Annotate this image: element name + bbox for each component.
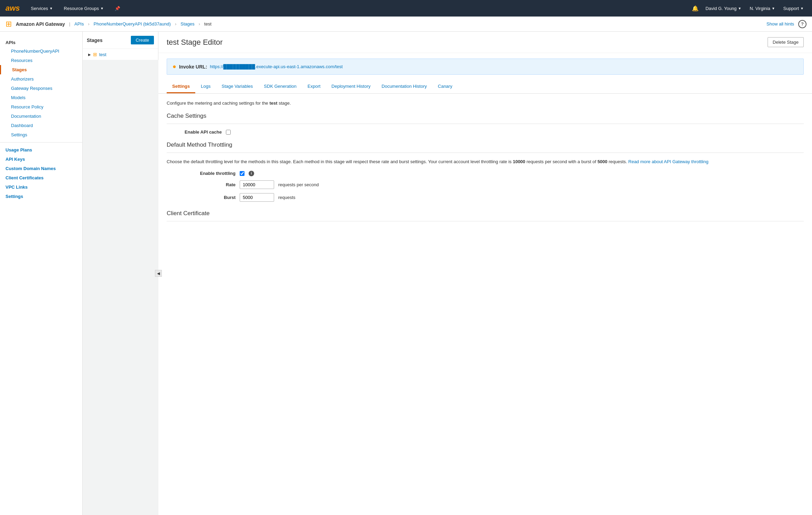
sidebar-item-documentation[interactable]: Documentation bbox=[0, 112, 82, 121]
content-header: test Stage Editor Delete Stage bbox=[158, 32, 812, 53]
throttling-info-icon[interactable]: i bbox=[249, 171, 254, 176]
notifications-icon[interactable]: 🔔 bbox=[690, 4, 700, 13]
tab-documentation-history[interactable]: Documentation History bbox=[376, 80, 433, 93]
sidebar-item-stages[interactable]: Stages bbox=[0, 65, 82, 74]
rate-input[interactable] bbox=[240, 180, 274, 189]
invoke-url-link[interactable]: https://██████████.execute-api.us-east-1… bbox=[210, 64, 343, 69]
invoke-url-label: Invoke URL: bbox=[179, 64, 207, 70]
rate-unit: requests per second bbox=[278, 182, 319, 187]
resource-groups-menu[interactable]: Resource Groups ▼ bbox=[61, 4, 106, 12]
sidebar-item-custom-domain-names[interactable]: Custom Domain Names bbox=[0, 164, 82, 173]
sidebar-item-resource-policy[interactable]: Resource Policy bbox=[0, 102, 82, 112]
collapse-panel-button[interactable]: ◀ bbox=[155, 270, 162, 277]
support-menu[interactable]: Support ▼ bbox=[781, 4, 806, 12]
cache-settings-title: Cache Settings bbox=[167, 113, 804, 119]
enable-cache-row: Enable API cache bbox=[167, 129, 804, 135]
burst-label: Burst bbox=[167, 195, 236, 200]
region-menu[interactable]: N. Virginia ▼ bbox=[747, 4, 778, 12]
sidebar-item-global-settings[interactable]: Settings bbox=[0, 192, 82, 201]
throttling-section-title: Default Method Throttling bbox=[167, 141, 804, 148]
sidebar-item-settings[interactable]: Settings bbox=[0, 130, 82, 139]
invoke-dot-icon: ● bbox=[173, 63, 176, 70]
pin-icon[interactable]: 📌 bbox=[112, 4, 123, 12]
top-navigation: aws Services ▼ Resource Groups ▼ 📌 🔔 Dav… bbox=[0, 0, 812, 17]
enable-throttling-row: Enable throttling i bbox=[167, 171, 804, 176]
enable-cache-label: Enable API cache bbox=[167, 129, 222, 135]
stages-panel: Stages Create ▶ ⊞ test bbox=[83, 32, 158, 60]
enable-api-cache-checkbox[interactable] bbox=[226, 130, 231, 135]
services-menu[interactable]: Services ▼ bbox=[28, 4, 56, 12]
breadcrumb-current: test bbox=[204, 21, 211, 27]
enable-throttling-checkbox[interactable] bbox=[240, 171, 244, 176]
stage-icon: ⊞ bbox=[93, 52, 97, 57]
client-cert-title: Client Certificate bbox=[167, 210, 804, 217]
sidebar-item-gateway-responses[interactable]: Gateway Responses bbox=[0, 84, 82, 93]
user-menu[interactable]: David G. Young ▼ bbox=[703, 4, 744, 12]
breadcrumb-bar: ⊞ Amazon API Gateway | APIs › PhoneNumbe… bbox=[0, 17, 812, 32]
left-sidebar: APIs PhoneNumberQueryAPI Resources Stage… bbox=[0, 32, 83, 515]
tab-export[interactable]: Export bbox=[302, 80, 326, 93]
page-title: test Stage Editor bbox=[167, 38, 223, 47]
sidebar-item-api-keys[interactable]: API Keys bbox=[0, 155, 82, 164]
breadcrumb-stages[interactable]: Stages bbox=[180, 21, 194, 27]
burst-row: Burst requests bbox=[167, 193, 804, 202]
tab-sdk-generation[interactable]: SDK Generation bbox=[258, 80, 302, 93]
content-area: test Stage Editor Delete Stage ● Invoke … bbox=[158, 32, 812, 515]
sidebar-item-authorizers[interactable]: Authorizers bbox=[0, 74, 82, 84]
tab-canary[interactable]: Canary bbox=[433, 80, 458, 93]
rate-label: Rate bbox=[167, 182, 236, 187]
tab-deployment-history[interactable]: Deployment History bbox=[326, 80, 376, 93]
sidebar-item-vpc-links[interactable]: VPC Links bbox=[0, 182, 82, 192]
create-stage-button[interactable]: Create bbox=[131, 36, 154, 44]
show-hints-button[interactable]: Show all hints bbox=[767, 21, 794, 27]
help-icon[interactable]: ? bbox=[798, 20, 806, 28]
stages-panel-title: Stages bbox=[87, 38, 103, 43]
invoke-url-banner: ● Invoke URL: https://██████████.execute… bbox=[167, 59, 804, 75]
tab-settings[interactable]: Settings bbox=[167, 80, 195, 93]
sidebar-item-client-certificates[interactable]: Client Certificates bbox=[0, 173, 82, 182]
breadcrumb-service: Amazon API Gateway bbox=[16, 21, 65, 27]
delete-stage-button[interactable]: Delete Stage bbox=[768, 37, 804, 47]
stage-item-test[interactable]: ▶ ⊞ test bbox=[83, 49, 158, 60]
breadcrumb-api-name[interactable]: PhoneNumberQueryAPI (bk5d37aund) bbox=[94, 21, 171, 27]
enable-throttling-label: Enable throttling bbox=[167, 171, 236, 176]
tab-stage-variables[interactable]: Stage Variables bbox=[216, 80, 259, 93]
configure-description: Configure the metering and caching setti… bbox=[167, 101, 804, 106]
sidebar-item-usage-plans[interactable]: Usage Plans bbox=[0, 145, 82, 155]
sidebar-apis-title: APIs bbox=[0, 37, 82, 46]
aws-logo: aws bbox=[6, 4, 20, 13]
throttling-description: Choose the default throttling level for … bbox=[167, 158, 804, 165]
main-layout: APIs PhoneNumberQueryAPI Resources Stage… bbox=[0, 32, 812, 515]
sidebar-item-models[interactable]: Models bbox=[0, 93, 82, 102]
settings-tab-content: Configure the metering and caching setti… bbox=[158, 94, 812, 234]
burst-unit: requests bbox=[278, 195, 295, 200]
rate-row: Rate requests per second bbox=[167, 180, 804, 189]
api-gateway-logo: ⊞ bbox=[6, 20, 12, 29]
throttling-learn-more-link[interactable]: Read more about API Gateway throttling bbox=[628, 159, 709, 164]
breadcrumb-apis[interactable]: APIs bbox=[74, 21, 84, 27]
sidebar-item-dashboard[interactable]: Dashboard bbox=[0, 121, 82, 130]
sidebar-item-resources[interactable]: Resources bbox=[0, 56, 82, 65]
stage-name-label[interactable]: test bbox=[99, 52, 106, 57]
tabs-bar: Settings Logs Stage Variables SDK Genera… bbox=[158, 80, 812, 94]
stage-expand-arrow: ▶ bbox=[88, 53, 91, 56]
tab-logs[interactable]: Logs bbox=[195, 80, 216, 93]
burst-input[interactable] bbox=[240, 193, 274, 202]
sidebar-item-api-name[interactable]: PhoneNumberQueryAPI bbox=[0, 46, 82, 56]
